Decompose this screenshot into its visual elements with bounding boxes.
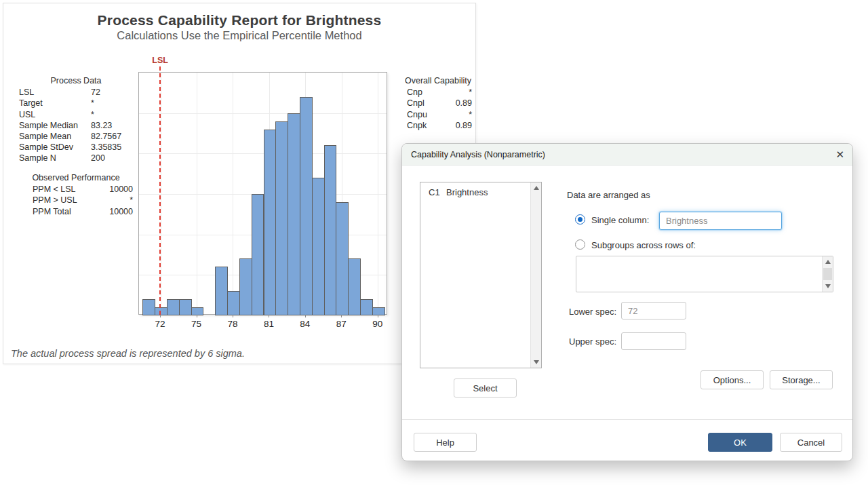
chart-subtitle: Calculations Use the Empirical Percentil… [3,29,475,42]
stat-label: Cnpu [407,109,427,120]
overall-capability-rows: Cnp*Cnpl0.89Cnpu*Cnpk0.89 [403,87,473,131]
process-data-title: Process Data [19,75,133,86]
stat-row: Sample Median83.23 [19,120,133,131]
observed-performance-title: Observed Performance [19,172,133,183]
histogram-bar [239,258,252,315]
list-item-brightness[interactable]: C1Brightness [420,182,541,197]
lsl-label: LSL [150,56,170,65]
stat-label: Cnpl [407,98,425,109]
x-tick-mark [378,315,378,317]
dialog-title: Capability Analysis (Nonparametric) [411,150,545,159]
cancel-button[interactable]: Cancel [780,433,842,452]
subgroups-scroll-down-icon [825,284,831,288]
stat-label: PPM < LSL [33,184,76,195]
stat-value: 10000 [109,206,133,217]
subgroups-scroll-thumb[interactable] [823,268,832,280]
select-button[interactable]: Select [454,379,517,397]
x-tick-label: 81 [257,319,280,329]
histogram-bar [227,291,240,315]
histogram-bar [300,97,313,315]
help-button[interactable]: Help [414,433,477,452]
stat-label: PPM Total [33,206,71,217]
x-tick-mark [233,315,233,317]
x-tick-label: 84 [294,319,317,329]
stat-value: * [91,98,133,109]
histogram-bar [348,258,361,315]
column-name: Brightness [446,187,488,197]
histogram-bar [288,113,300,315]
subgroups-scroll-up-button[interactable] [823,256,833,267]
gridline-vertical [197,73,197,314]
stat-row: Sample N200 [19,153,133,163]
footer-separator [402,419,852,420]
data-arranged-label: Data are arranged as [567,190,650,200]
options-button-label: Options... [713,375,751,385]
stat-label: Sample StDev [19,142,91,153]
x-tick-label: 90 [366,319,389,329]
single-column-input[interactable] [659,212,782,230]
scroll-down-icon [534,360,539,364]
gridline-horizontal [139,113,387,114]
subgroups-input[interactable] [576,256,833,292]
x-tick-mark [341,315,342,317]
ok-button[interactable]: OK [708,433,772,452]
storage-button[interactable]: Storage... [770,370,833,389]
stat-row: Sample StDev3.35835 [19,142,133,153]
x-tick-label: 87 [330,319,353,329]
stat-value: * [91,109,133,120]
histogram-bar [336,202,349,315]
stat-label: Cnpk [407,120,427,131]
upper-spec-input[interactable] [621,332,686,350]
x-tick-label: 72 [149,319,172,329]
close-icon[interactable]: ✕ [835,149,844,159]
overall-capability-title: Overall Capability [403,75,473,86]
stat-row: LSL72 [19,87,133,98]
histogram-bar [360,299,373,315]
lower-spec-label: Lower spec: [569,307,616,317]
stat-label: Sample Mean [19,131,91,142]
stat-row: PPM Total10000 [33,206,133,217]
histogram-bar [324,145,337,315]
stat-value: 82.7567 [91,131,133,142]
upper-spec-label: Upper spec: [569,336,616,347]
histogram-bar [191,307,204,315]
chart-title: Process Capability Report for Brightness [3,12,475,28]
scroll-up-button[interactable] [531,182,541,193]
lower-spec-input[interactable] [621,302,686,319]
storage-button-label: Storage... [782,375,820,385]
subgroups-scroll-down-button[interactable] [823,281,833,292]
single-column-label: Single column: [591,215,649,225]
x-tick-label: 78 [221,319,244,329]
subgroups-scrollbar[interactable] [822,256,833,292]
stat-value: * [469,109,472,120]
column-listbox[interactable]: C1Brightness [420,182,542,368]
stat-label: Cnp [407,87,422,98]
stat-label: PPM > USL [33,195,77,206]
radio-single-column[interactable] [575,214,585,225]
histogram-bar [275,121,288,315]
options-button[interactable]: Options... [701,370,764,389]
subgroups-scroll-up-icon [825,260,831,264]
stat-row: USL* [19,109,133,120]
ok-button-label: OK [734,438,747,448]
histogram-plot [138,72,387,315]
stat-row: Sample Mean82.7567 [19,131,133,142]
chart-footnote: The actual process spread is represented… [11,348,245,359]
x-tick-mark [160,315,161,317]
stat-row: Target* [19,98,133,109]
stat-row: PPM > USL* [33,195,133,206]
x-tick-mark [197,315,197,317]
stat-label: LSL [19,87,91,98]
histogram-bar [264,130,277,315]
listbox-scrollbar[interactable] [530,182,541,368]
lsl-line [159,66,161,315]
select-button-label: Select [473,383,497,393]
radio-subgroups[interactable] [575,239,585,250]
x-tick-label: 75 [185,319,208,329]
stat-label: USL [19,109,91,120]
stat-label: Sample N [19,153,91,163]
dialog-titlebar[interactable]: Capability Analysis (Nonparametric) ✕ [402,144,852,166]
stat-value: * [130,195,133,206]
stat-row: Cnpl0.89 [407,98,472,109]
scroll-down-button[interactable] [531,357,541,368]
